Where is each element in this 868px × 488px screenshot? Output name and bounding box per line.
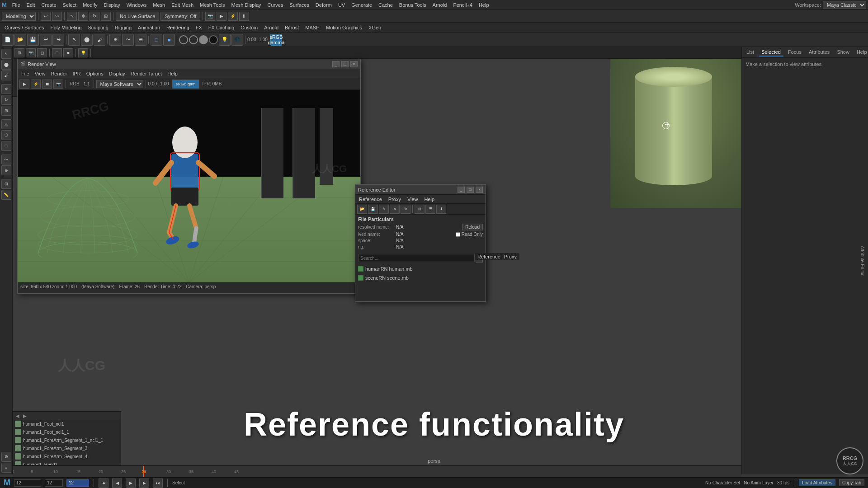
snap-tool[interactable]: ⊞ (1, 179, 11, 189)
menu-fx-caching[interactable]: FX Caching (206, 24, 237, 31)
menu-custom[interactable]: Custom (238, 24, 260, 31)
menu-animation[interactable]: Animation (135, 24, 163, 31)
menu-modify[interactable]: Modify (80, 1, 100, 9)
poly-tool-2[interactable]: ⬡ (1, 130, 11, 140)
menu-motion-graphics[interactable]: Motion Graphics (323, 24, 365, 31)
shadow-btn[interactable]: 🌑 (231, 34, 243, 46)
ref-remove-btn[interactable]: ✕ (390, 205, 400, 214)
rv-display-menu[interactable]: Display (107, 71, 127, 76)
mode-select[interactable]: Modeling (2, 12, 36, 21)
menu-pencil[interactable]: Pencil+4 (450, 1, 475, 9)
scroll-right[interactable]: ▶ (22, 413, 28, 418)
rotate-sidebar[interactable]: ↻ (1, 95, 11, 105)
menu-bifrost[interactable]: Bifrost (282, 24, 302, 31)
ref-edit-btn[interactable]: ✎ (379, 205, 389, 214)
attribute-editor-tab[interactable]: Attribute Editor (859, 246, 864, 276)
snap-grid-btn[interactable]: ⊞ (109, 34, 121, 46)
rv-color-btn[interactable]: sRGB gam (172, 80, 199, 89)
new-scene-btn[interactable]: 📄 (2, 34, 14, 46)
ref-search-input[interactable] (358, 254, 475, 262)
paint-btn[interactable]: 🖌 (94, 34, 105, 46)
settings-tool[interactable]: ≡ (1, 463, 11, 473)
render-view-minimize[interactable]: _ (332, 61, 340, 67)
read-only-checkbox[interactable] (456, 232, 460, 237)
wireframe-view-btn[interactable]: □ (52, 48, 62, 57)
menu-mash[interactable]: MASH (302, 24, 322, 31)
fp-reload-btn[interactable]: Reload (462, 224, 483, 230)
ref-editor-close[interactable]: × (476, 187, 483, 193)
menu-file[interactable]: File (9, 1, 23, 9)
rv-help-menu[interactable]: Help (165, 71, 179, 76)
menu-display[interactable]: Display (101, 1, 123, 9)
rp-tab-list[interactable]: List (744, 48, 757, 56)
menu-edit[interactable]: Edit (24, 1, 38, 9)
rv-render-target-menu[interactable]: Render Target (129, 71, 164, 76)
menu-windows[interactable]: Windows (124, 1, 150, 9)
menu-xgen[interactable]: XGen (366, 24, 384, 31)
ref-reference-menu[interactable]: Reference (357, 197, 384, 202)
ref-editor-minimize[interactable]: _ (458, 187, 465, 193)
pause-btn[interactable]: ⏸ (239, 12, 249, 21)
rv-view-menu[interactable]: View (33, 71, 47, 76)
menu-help[interactable]: Help (476, 1, 492, 9)
rv-render-btn[interactable]: ▶ (19, 80, 29, 89)
lasso-sidebar[interactable]: ⬤ (1, 60, 11, 70)
rp-tab-attributes[interactable]: Attributes (806, 48, 832, 56)
rv-stop-btn[interactable]: ⏹ (42, 80, 52, 89)
play-back-btn[interactable]: ⏮ (99, 479, 108, 488)
scale-tool[interactable]: ⊞ (101, 12, 111, 21)
open-btn[interactable]: 📂 (14, 34, 26, 46)
menu-edit-mesh[interactable]: Edit Mesh (169, 1, 196, 9)
camera-btn[interactable]: 📷 (205, 12, 215, 21)
panels-btn[interactable]: ⊞ (14, 48, 24, 57)
shaded-view-btn[interactable]: ■ (63, 48, 73, 57)
snap-curve-btn[interactable]: 〜 (122, 34, 134, 46)
menu-select[interactable]: Select (60, 1, 80, 9)
outliner-item-foot1[interactable]: humanc1_Foot_ncl1_1 (13, 428, 121, 436)
ref-import-btn[interactable]: ⬇ (436, 205, 446, 214)
menu-fx[interactable]: FX (193, 24, 205, 31)
color-manage-btn[interactable]: sRGB gamma (270, 34, 282, 46)
menu-curves[interactable]: Curves (265, 1, 286, 9)
next-frame-btn[interactable]: ▶ (139, 479, 149, 488)
lasso-btn[interactable]: ⬤ (81, 34, 93, 46)
rotate-tool[interactable]: ↻ (90, 12, 99, 21)
prev-frame-btn[interactable]: ◀ (112, 479, 122, 488)
copy-tab-btn[interactable]: Copy Tab (839, 479, 864, 486)
sculpt-tool[interactable]: ⚙ (1, 452, 11, 462)
current-frame-input[interactable] (45, 479, 63, 487)
load-attributes-btn[interactable]: Load Attributes (799, 479, 835, 486)
ref-proxy-menu[interactable]: Proxy (387, 197, 403, 202)
camera-icon-btn[interactable]: 📷 (26, 48, 36, 57)
ref-refresh-btn[interactable]: ↻ (401, 205, 410, 214)
scale-sidebar[interactable]: ⊞ (1, 106, 11, 116)
ref-list-item-scene[interactable]: sceneRN scene.mb (358, 273, 483, 282)
poly-tool-1[interactable]: △ (1, 119, 11, 129)
crease-tool[interactable]: 〜 (1, 155, 11, 164)
symmetry-btn[interactable]: Symmetry: Off (160, 12, 200, 21)
menu-mesh-display[interactable]: Mesh Display (229, 1, 264, 9)
rv-options-menu[interactable]: Options (85, 71, 105, 76)
ref-list-item-human[interactable]: humanRN human.mb (358, 264, 483, 273)
scroll-left[interactable]: ◀ (15, 413, 20, 418)
menu-poly-modeling[interactable]: Poly Modeling (47, 24, 84, 31)
menu-uv[interactable]: UV (335, 1, 348, 9)
outliner-item-foot[interactable]: humanc1_Foot_ncl1 (13, 420, 121, 428)
render-view-maximize[interactable]: □ (341, 61, 349, 67)
outliner-item-forearm3[interactable]: humanc1_ForeArm_Segment_3 (13, 444, 121, 452)
menu-rendering[interactable]: Rendering (164, 24, 192, 31)
lighting-btn[interactable]: 💡 (219, 34, 231, 46)
menu-arnold2[interactable]: Arnold (261, 24, 281, 31)
undo-btn[interactable]: ↩ (41, 12, 51, 21)
redo-btn[interactable]: ↪ (52, 12, 62, 21)
outliner-item-forearm4[interactable]: humanc1_ForeArm_Segment_4 (13, 452, 121, 460)
save-btn[interactable]: 💾 (27, 34, 39, 46)
menu-sculpting[interactable]: Sculpting (85, 24, 111, 31)
menu-mesh-tools[interactable]: Mesh Tools (197, 1, 227, 9)
menu-mesh[interactable]: Mesh (150, 1, 168, 9)
menu-generate[interactable]: Generate (349, 1, 375, 9)
menu-deform[interactable]: Deform (313, 1, 335, 9)
outliner-item-hand[interactable]: humanc1_Hand1 (13, 460, 121, 465)
ref-checkbox-human[interactable] (358, 266, 363, 272)
menu-surfaces[interactable]: Surfaces (287, 1, 311, 9)
